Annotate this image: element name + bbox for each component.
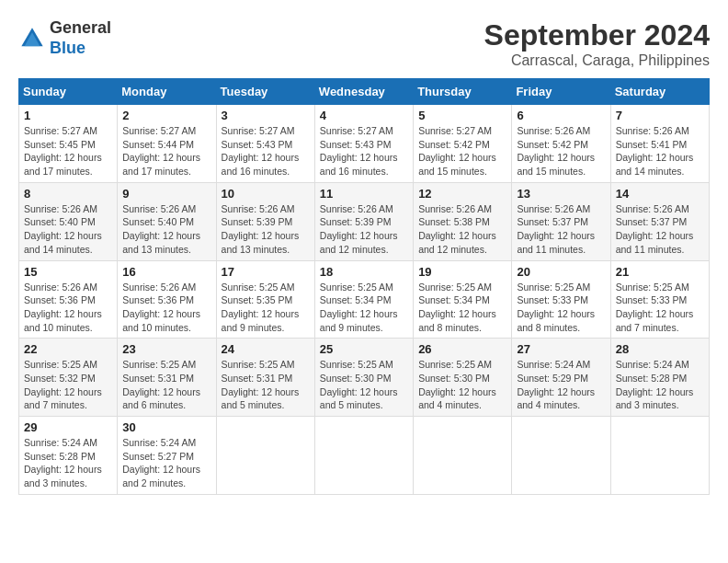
day-number: 15 bbox=[24, 265, 112, 279]
day-detail: Sunrise: 5:27 AMSunset: 5:43 PMDaylight:… bbox=[320, 124, 408, 178]
day-number: 2 bbox=[122, 109, 210, 122]
day-number: 29 bbox=[24, 420, 112, 434]
day-number: 12 bbox=[418, 187, 506, 201]
calendar-cell: 14Sunrise: 5:26 AMSunset: 5:37 PMDayligh… bbox=[610, 182, 709, 260]
calendar-cell: 12Sunrise: 5:26 AMSunset: 5:38 PMDayligh… bbox=[414, 182, 512, 260]
calendar-cell bbox=[216, 417, 314, 495]
day-detail: Sunrise: 5:25 AMSunset: 5:31 PMDaylight:… bbox=[122, 358, 210, 412]
day-number: 22 bbox=[24, 342, 112, 356]
calendar-cell: 26Sunrise: 5:25 AMSunset: 5:30 PMDayligh… bbox=[414, 339, 512, 417]
calendar-cell: 13Sunrise: 5:26 AMSunset: 5:37 PMDayligh… bbox=[512, 182, 610, 260]
day-detail: Sunrise: 5:24 AMSunset: 5:27 PMDaylight:… bbox=[122, 436, 210, 490]
day-detail: Sunrise: 5:25 AMSunset: 5:30 PMDaylight:… bbox=[418, 358, 506, 412]
day-detail: Sunrise: 5:25 AMSunset: 5:33 PMDaylight:… bbox=[517, 281, 605, 335]
day-detail: Sunrise: 5:26 AMSunset: 5:40 PMDaylight:… bbox=[24, 202, 112, 257]
title-block: September 2024 Carrascal, Caraga, Philip… bbox=[484, 18, 710, 69]
day-number: 21 bbox=[616, 265, 704, 279]
day-number: 10 bbox=[222, 187, 310, 201]
day-number: 19 bbox=[418, 265, 506, 279]
calendar-cell: 9Sunrise: 5:26 AMSunset: 5:40 PMDaylight… bbox=[118, 182, 216, 260]
day-number: 24 bbox=[222, 342, 310, 356]
col-sunday: Sunday bbox=[19, 79, 118, 105]
calendar-cell: 7Sunrise: 5:26 AMSunset: 5:41 PMDaylight… bbox=[610, 105, 709, 183]
day-detail: Sunrise: 5:26 AMSunset: 5:37 PMDaylight:… bbox=[616, 202, 704, 257]
calendar-cell: 11Sunrise: 5:26 AMSunset: 5:39 PMDayligh… bbox=[314, 182, 413, 260]
calendar-cell: 18Sunrise: 5:25 AMSunset: 5:34 PMDayligh… bbox=[314, 260, 413, 339]
logo: General Blue bbox=[18, 18, 111, 58]
calendar-cell: 21Sunrise: 5:25 AMSunset: 5:33 PMDayligh… bbox=[610, 260, 709, 339]
calendar-cell: 6Sunrise: 5:26 AMSunset: 5:42 PMDaylight… bbox=[512, 105, 610, 183]
day-number: 23 bbox=[122, 342, 210, 356]
calendar-cell: 20Sunrise: 5:25 AMSunset: 5:33 PMDayligh… bbox=[512, 260, 610, 339]
day-detail: Sunrise: 5:25 AMSunset: 5:34 PMDaylight:… bbox=[418, 281, 506, 335]
day-detail: Sunrise: 5:25 AMSunset: 5:30 PMDaylight:… bbox=[320, 358, 408, 412]
day-number: 17 bbox=[222, 265, 310, 279]
col-saturday: Saturday bbox=[610, 79, 709, 105]
calendar-cell bbox=[414, 417, 512, 495]
logo-blue: Blue bbox=[50, 39, 85, 57]
calendar-row: 15Sunrise: 5:26 AMSunset: 5:36 PMDayligh… bbox=[19, 260, 710, 339]
day-detail: Sunrise: 5:26 AMSunset: 5:37 PMDaylight:… bbox=[517, 202, 605, 257]
calendar-cell: 16Sunrise: 5:26 AMSunset: 5:36 PMDayligh… bbox=[118, 260, 216, 339]
calendar-cell: 29Sunrise: 5:24 AMSunset: 5:28 PMDayligh… bbox=[19, 417, 118, 495]
calendar-cell: 5Sunrise: 5:27 AMSunset: 5:42 PMDaylight… bbox=[414, 105, 512, 183]
calendar-cell: 4Sunrise: 5:27 AMSunset: 5:43 PMDaylight… bbox=[314, 105, 413, 183]
day-number: 30 bbox=[122, 420, 210, 434]
calendar-row: 22Sunrise: 5:25 AMSunset: 5:32 PMDayligh… bbox=[19, 339, 710, 417]
day-detail: Sunrise: 5:24 AMSunset: 5:28 PMDaylight:… bbox=[616, 358, 704, 412]
calendar-cell bbox=[610, 417, 709, 495]
day-number: 4 bbox=[320, 109, 408, 122]
page-title: September 2024 bbox=[484, 18, 710, 52]
day-detail: Sunrise: 5:26 AMSunset: 5:41 PMDaylight:… bbox=[616, 124, 704, 178]
calendar-cell: 10Sunrise: 5:26 AMSunset: 5:39 PMDayligh… bbox=[216, 182, 314, 260]
day-number: 14 bbox=[616, 187, 704, 201]
day-number: 9 bbox=[122, 187, 210, 201]
calendar-cell: 30Sunrise: 5:24 AMSunset: 5:27 PMDayligh… bbox=[118, 417, 216, 495]
logo-icon bbox=[18, 25, 46, 52]
day-number: 13 bbox=[517, 187, 605, 201]
day-detail: Sunrise: 5:25 AMSunset: 5:34 PMDaylight:… bbox=[320, 281, 408, 335]
logo-general: General bbox=[50, 18, 111, 37]
col-friday: Friday bbox=[512, 79, 610, 105]
calendar-header: Sunday Monday Tuesday Wednesday Thursday… bbox=[19, 79, 710, 105]
calendar-cell bbox=[314, 417, 413, 495]
day-detail: Sunrise: 5:26 AMSunset: 5:39 PMDaylight:… bbox=[320, 202, 408, 257]
calendar-cell: 2Sunrise: 5:27 AMSunset: 5:44 PMDaylight… bbox=[118, 105, 216, 183]
calendar-cell: 17Sunrise: 5:25 AMSunset: 5:35 PMDayligh… bbox=[216, 260, 314, 339]
day-number: 8 bbox=[24, 187, 112, 201]
calendar-cell: 25Sunrise: 5:25 AMSunset: 5:30 PMDayligh… bbox=[314, 339, 413, 417]
col-monday: Monday bbox=[118, 79, 216, 105]
day-detail: Sunrise: 5:27 AMSunset: 5:44 PMDaylight:… bbox=[122, 124, 210, 178]
day-number: 16 bbox=[122, 265, 210, 279]
calendar-cell: 8Sunrise: 5:26 AMSunset: 5:40 PMDaylight… bbox=[19, 182, 118, 260]
day-detail: Sunrise: 5:24 AMSunset: 5:28 PMDaylight:… bbox=[24, 436, 112, 490]
day-detail: Sunrise: 5:24 AMSunset: 5:29 PMDaylight:… bbox=[517, 358, 605, 412]
day-detail: Sunrise: 5:27 AMSunset: 5:43 PMDaylight:… bbox=[222, 124, 310, 178]
calendar-cell: 3Sunrise: 5:27 AMSunset: 5:43 PMDaylight… bbox=[216, 105, 314, 183]
col-thursday: Thursday bbox=[414, 79, 512, 105]
day-number: 28 bbox=[616, 342, 704, 356]
col-tuesday: Tuesday bbox=[216, 79, 314, 105]
calendar-cell: 24Sunrise: 5:25 AMSunset: 5:31 PMDayligh… bbox=[216, 339, 314, 417]
logo-text: General Blue bbox=[50, 18, 111, 58]
day-detail: Sunrise: 5:26 AMSunset: 5:42 PMDaylight:… bbox=[517, 124, 605, 178]
day-detail: Sunrise: 5:25 AMSunset: 5:32 PMDaylight:… bbox=[24, 358, 112, 412]
day-number: 18 bbox=[320, 265, 408, 279]
day-number: 7 bbox=[616, 109, 704, 122]
day-detail: Sunrise: 5:25 AMSunset: 5:31 PMDaylight:… bbox=[222, 358, 310, 412]
day-number: 11 bbox=[320, 187, 408, 201]
day-detail: Sunrise: 5:26 AMSunset: 5:38 PMDaylight:… bbox=[418, 202, 506, 257]
day-detail: Sunrise: 5:26 AMSunset: 5:40 PMDaylight:… bbox=[122, 202, 210, 257]
day-number: 3 bbox=[222, 109, 310, 122]
day-detail: Sunrise: 5:26 AMSunset: 5:36 PMDaylight:… bbox=[122, 281, 210, 335]
calendar-cell: 22Sunrise: 5:25 AMSunset: 5:32 PMDayligh… bbox=[19, 339, 118, 417]
page-subtitle: Carrascal, Caraga, Philippines bbox=[484, 52, 710, 69]
calendar-cell: 19Sunrise: 5:25 AMSunset: 5:34 PMDayligh… bbox=[414, 260, 512, 339]
day-number: 26 bbox=[418, 342, 506, 356]
col-wednesday: Wednesday bbox=[314, 79, 413, 105]
calendar-body: 1Sunrise: 5:27 AMSunset: 5:45 PMDaylight… bbox=[19, 105, 710, 495]
day-detail: Sunrise: 5:26 AMSunset: 5:36 PMDaylight:… bbox=[24, 281, 112, 335]
calendar-cell: 23Sunrise: 5:25 AMSunset: 5:31 PMDayligh… bbox=[118, 339, 216, 417]
day-detail: Sunrise: 5:27 AMSunset: 5:45 PMDaylight:… bbox=[24, 124, 112, 178]
calendar-cell: 28Sunrise: 5:24 AMSunset: 5:28 PMDayligh… bbox=[610, 339, 709, 417]
